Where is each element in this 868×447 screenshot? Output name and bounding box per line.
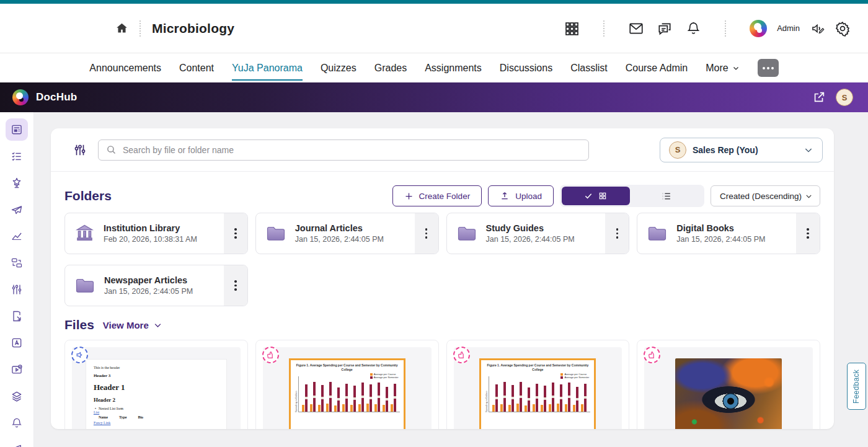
overflow-menu-button[interactable]	[758, 59, 779, 77]
sidebar-item-library[interactable]	[6, 118, 28, 141]
search-input[interactable]	[123, 145, 581, 155]
chat-icon[interactable]	[657, 20, 673, 37]
lms-header: Microbiology Admin	[0, 4, 868, 53]
folder-menu-button[interactable]	[415, 213, 438, 254]
folder-icon	[646, 223, 668, 245]
tab-discussions[interactable]: Discussions	[500, 56, 552, 81]
chevron-down-icon	[804, 192, 813, 201]
thumbnail-chart-title: Figure 1. Average Spending per Course an…	[294, 363, 400, 371]
tab-classlist[interactable]: Classlist	[570, 56, 608, 81]
folder-icon	[74, 275, 96, 297]
filter-icon[interactable]	[73, 143, 87, 157]
sort-dropdown[interactable]: Created (Descending)	[711, 185, 820, 206]
tab-more[interactable]: More	[706, 56, 739, 81]
feedback-button[interactable]: Feedback	[847, 363, 866, 410]
sidebar-item-filters[interactable]	[8, 281, 25, 298]
thumbs-down-badge	[262, 347, 279, 363]
bell-icon[interactable]	[685, 20, 701, 37]
upload-button[interactable]: Upload	[488, 185, 554, 206]
file-card[interactable]: This is the header Header 3 Header 1 Hea…	[64, 340, 248, 429]
folder-name: Newspaper Articles	[104, 275, 193, 285]
sidebar-item-checklist[interactable]	[8, 148, 25, 165]
tab-more-label: More	[706, 63, 728, 74]
folder-name: Study Guides	[486, 223, 575, 233]
sidebar-item-video-check[interactable]	[8, 361, 25, 378]
folder-card[interactable]: Institution Library Feb 20, 2026, 10:38:…	[64, 213, 248, 254]
tab-content[interactable]: Content	[179, 56, 214, 81]
files-heading: Files	[64, 317, 94, 332]
folder-card[interactable]: Journal Articles Jan 15, 2026, 2:44:05 P…	[255, 213, 439, 254]
tab-yuja-panorama[interactable]: YuJa Panorama	[232, 56, 303, 81]
waffle-grid-icon[interactable]	[564, 20, 580, 37]
tab-quizzes[interactable]: Quizzes	[321, 56, 356, 81]
create-folder-button[interactable]: Create Folder	[392, 185, 482, 206]
list-icon	[661, 191, 671, 201]
thumbnail-chart-ylabel: Spending in Dollars	[294, 376, 298, 412]
sidebar-item-transfer[interactable]	[8, 254, 25, 272]
folder-date: Jan 15, 2026, 2:44:05 PM	[295, 235, 384, 244]
doc-table-header: Type	[119, 415, 127, 419]
sidebar-item-paper-plane[interactable]	[8, 201, 25, 218]
divider	[603, 20, 604, 37]
tab-announcements[interactable]: Announcements	[89, 56, 161, 81]
tab-grades[interactable]: Grades	[374, 56, 407, 81]
file-thumbnail: This is the header Header 3 Header 1 Hea…	[72, 347, 241, 429]
gear-icon[interactable]	[835, 20, 851, 37]
doc-list-item: Nested List Item	[94, 407, 219, 410]
thumbnail-chart-bars	[298, 376, 400, 412]
doc-table-header: Bio	[138, 415, 143, 419]
sidebar-item-analytics[interactable]	[8, 228, 25, 245]
folder-name: Journal Articles	[295, 223, 384, 233]
list-view-button[interactable]	[630, 191, 702, 201]
dochub-header: DocHub S	[0, 82, 868, 112]
folder-menu-button[interactable]	[224, 265, 247, 306]
folder-menu-button[interactable]	[224, 213, 247, 254]
institution-icon	[74, 223, 95, 244]
sidebar-item-announcements[interactable]	[8, 441, 25, 447]
file-thumbnail: Figure 1. Average Spending per Course an…	[454, 347, 622, 429]
divider	[725, 20, 726, 37]
upload-icon	[500, 191, 510, 201]
sidebar-item-document-export[interactable]	[8, 308, 25, 325]
doc-heading2: Header 2	[94, 397, 219, 403]
check-icon	[584, 192, 593, 200]
dochub-logo-icon	[12, 89, 29, 105]
user-avatar: S	[669, 141, 686, 159]
file-thumbnail: Figure 1. Average Spending per Course an…	[263, 347, 432, 429]
dochub-user-avatar[interactable]: S	[836, 89, 853, 106]
user-filter-label: Sales Rep (You)	[693, 145, 758, 155]
sidebar-item-document-translate[interactable]	[8, 334, 25, 352]
view-toggle	[560, 185, 704, 207]
divider	[140, 20, 141, 37]
file-card[interactable]	[637, 340, 820, 429]
home-icon[interactable]	[115, 22, 128, 35]
folder-name: Institution Library	[104, 223, 197, 233]
text-to-speech-icon[interactable]	[810, 20, 826, 37]
dochub-brand: DocHub	[36, 91, 77, 104]
chevron-down-icon	[804, 145, 813, 155]
tab-assignments[interactable]: Assignments	[425, 56, 482, 81]
doc-table-header: Name	[99, 415, 108, 419]
sidebar-item-accessibility-star[interactable]	[8, 174, 25, 192]
folder-card[interactable]: Digital Books Jan 15, 2026, 2:44:05 PM	[637, 213, 820, 254]
doc-heading3: Header 3	[94, 373, 219, 378]
folder-card[interactable]: Study Guides Jan 15, 2026, 2:44:05 PM	[446, 213, 630, 254]
user-avatar-logo[interactable]	[750, 20, 767, 37]
folder-card[interactable]: Newspaper Articles Jan 15, 2026, 2:44:05…	[64, 265, 248, 306]
grid-view-button[interactable]	[562, 187, 630, 205]
search-icon	[106, 144, 117, 155]
file-card[interactable]: Figure 1. Average Spending per Course an…	[446, 340, 630, 429]
folder-menu-button[interactable]	[605, 213, 629, 254]
user-filter-dropdown[interactable]: S Sales Rep (You)	[660, 138, 823, 162]
file-card[interactable]: Figure 1. Average Spending per Course an…	[255, 340, 439, 429]
folder-menu-button[interactable]	[796, 213, 820, 254]
mail-icon[interactable]	[628, 20, 644, 37]
sidebar-item-layers[interactable]	[8, 387, 25, 405]
accessibility-announcement-badge	[71, 347, 88, 363]
sidebar-item-notifications[interactable]	[8, 414, 25, 432]
thumbnail-chart-legend: Average per Course Average per Semester	[560, 373, 589, 379]
open-external-icon[interactable]	[812, 91, 826, 104]
tab-course-admin[interactable]: Course Admin	[626, 56, 688, 81]
view-more-button[interactable]: View More	[103, 320, 162, 330]
course-nav: Announcements Content YuJa Panorama Quiz…	[0, 53, 868, 82]
